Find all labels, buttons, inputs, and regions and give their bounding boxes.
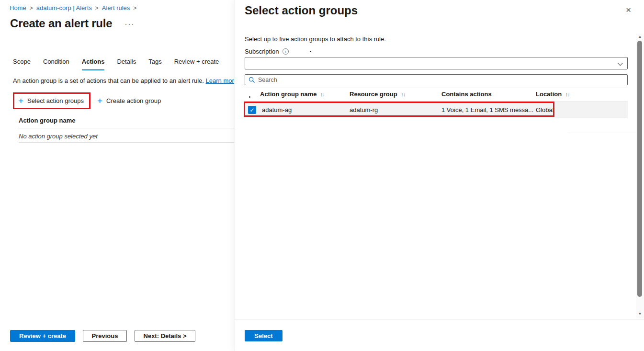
subscription-label: Subscription bbox=[245, 48, 279, 55]
search-icon bbox=[249, 77, 255, 83]
divider bbox=[235, 319, 644, 319]
tab-scope[interactable]: Scope bbox=[13, 58, 31, 70]
cell-resource-group: adatum-rg bbox=[350, 106, 378, 113]
plus-icon: + bbox=[18, 98, 23, 104]
plus-icon: + bbox=[97, 98, 102, 104]
breadcrumb-separator: > bbox=[133, 5, 136, 11]
tab-details[interactable]: Details bbox=[117, 58, 136, 70]
breadcrumb-separator: > bbox=[30, 5, 33, 11]
action-group-name-header: Action group name bbox=[19, 117, 75, 124]
scroll-up-icon[interactable]: ▲ bbox=[636, 34, 644, 40]
tab-review-create[interactable]: Review + create bbox=[174, 58, 219, 70]
subscription-dropdown[interactable] bbox=[245, 57, 628, 69]
search-box bbox=[245, 74, 628, 85]
divider bbox=[567, 133, 637, 133]
annotation-box-select-action-groups: + Select action groups bbox=[13, 92, 90, 109]
wizard-tabs: Scope Condition Actions Details Tags Rev… bbox=[13, 58, 219, 70]
previous-button[interactable]: Previous bbox=[83, 330, 127, 342]
panel-title: Select action groups bbox=[245, 4, 358, 17]
info-icon[interactable]: i bbox=[282, 48, 289, 55]
scroll-down-icon[interactable]: ▼ bbox=[636, 311, 644, 317]
learn-more-link[interactable]: Learn more bbox=[206, 77, 237, 84]
breadcrumb-adatum-corp-alerts[interactable]: adatum-corp | Alerts bbox=[36, 4, 92, 11]
tab-tags[interactable]: Tags bbox=[148, 58, 161, 70]
select-action-groups-panel: Select action groups × Select up to five… bbox=[234, 0, 644, 351]
cell-contains-actions: 1 Voice, 1 Email, 1 SMS messa... bbox=[441, 106, 533, 113]
column-header-resource-group[interactable]: Resource group ↑↓ bbox=[350, 91, 405, 98]
breadcrumb-home[interactable]: Home bbox=[10, 4, 26, 11]
cell-location: Global bbox=[536, 106, 554, 113]
close-icon[interactable]: × bbox=[626, 5, 631, 14]
tab-actions[interactable]: Actions bbox=[82, 58, 105, 70]
divider bbox=[19, 128, 235, 128]
sort-icon: ↑↓ bbox=[401, 91, 405, 97]
tab-condition[interactable]: Condition bbox=[43, 58, 69, 70]
actions-description: An action group is a set of actions that… bbox=[13, 77, 237, 84]
dot-marker bbox=[310, 51, 311, 52]
create-action-group-button[interactable]: + Create action group bbox=[97, 97, 161, 104]
panel-scrollbar[interactable]: ▲ ▼ bbox=[636, 34, 644, 318]
column-header-location[interactable]: Location ↑↓ bbox=[536, 91, 570, 98]
row-checkbox-checked[interactable]: ✓ bbox=[248, 106, 256, 114]
sort-icon: ↑↓ bbox=[320, 91, 325, 97]
empty-action-group-message: No action group selected yet bbox=[19, 133, 98, 140]
select-action-groups-button[interactable]: + Select action groups bbox=[18, 97, 84, 104]
table-row[interactable]: ✓ adatum-ag adatum-rg 1 Voice, 1 Email, … bbox=[244, 102, 628, 118]
chevron-down-icon bbox=[618, 61, 623, 66]
divider bbox=[19, 142, 235, 143]
panel-subtitle: Select up to five action groups to attac… bbox=[245, 35, 386, 43]
review-create-button[interactable]: Review + create bbox=[10, 330, 75, 342]
table-header-row: Action group name ↑↓ Resource group ↑↓ C… bbox=[244, 88, 628, 101]
more-options-icon[interactable]: ··· bbox=[124, 20, 135, 28]
breadcrumb: Home > adatum-corp | Alerts > Alert rule… bbox=[10, 4, 136, 11]
next-details-button[interactable]: Next: Details > bbox=[135, 330, 195, 342]
select-button[interactable]: Select bbox=[245, 330, 282, 341]
select-all-dot[interactable] bbox=[249, 96, 250, 98]
cell-action-group-name: adatum-ag bbox=[262, 106, 292, 113]
search-input[interactable] bbox=[258, 77, 624, 83]
sort-icon: ↑↓ bbox=[565, 91, 570, 97]
breadcrumb-alert-rules[interactable]: Alert rules bbox=[102, 4, 130, 11]
column-header-action-group-name[interactable]: Action group name ↑↓ bbox=[260, 91, 325, 98]
breadcrumb-separator: > bbox=[95, 5, 99, 11]
scrollbar-thumb[interactable] bbox=[637, 41, 642, 297]
column-header-contains-actions[interactable]: Contains actions bbox=[441, 91, 492, 98]
page-title: Create an alert rule bbox=[10, 17, 112, 30]
